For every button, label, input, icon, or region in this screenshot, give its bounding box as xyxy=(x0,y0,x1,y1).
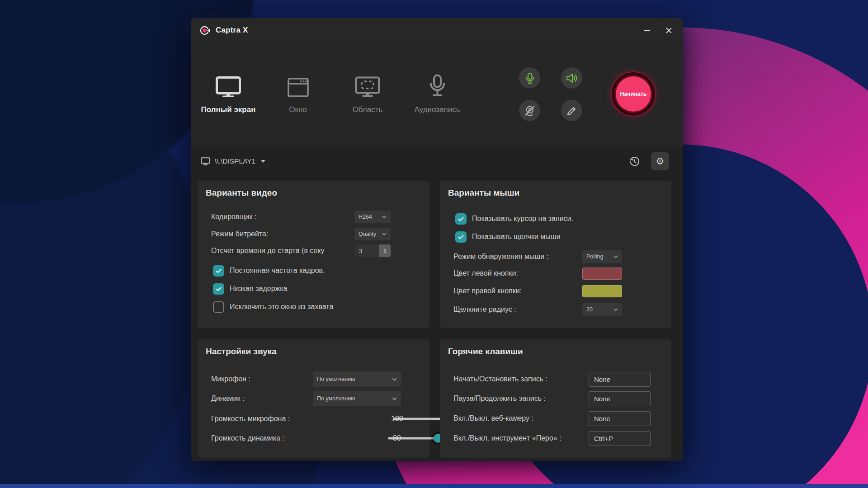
click-radius-row: Щелкните радиус : 20 xyxy=(453,301,661,318)
hotkey-row: Пауза/Продолжить запись : None xyxy=(453,390,661,407)
gear-icon: ⚙ xyxy=(656,156,665,167)
record-button-label: Начинать xyxy=(620,91,647,97)
pen-tool-button[interactable] xyxy=(561,100,582,121)
encoder-select[interactable]: H264 xyxy=(354,211,391,223)
display-name: \\.\DISPLAY1 xyxy=(215,157,255,165)
left-click-color-row: Цвет левой кнопки: xyxy=(453,265,661,282)
detection-mode-row: Режим обнаружения мыши : Polling xyxy=(453,248,661,265)
chevron-down-icon xyxy=(261,160,265,163)
show-clicks-checkbox[interactable] xyxy=(455,231,467,243)
settings-button[interactable]: ⚙ xyxy=(651,152,669,170)
left-click-color-swatch[interactable] xyxy=(582,267,622,280)
show-cursor-row: Показывать курсор на записи. xyxy=(455,210,661,227)
cfr-checkbox[interactable] xyxy=(213,265,224,277)
toolbar-divider xyxy=(493,68,493,123)
minimize-button[interactable] xyxy=(636,18,658,42)
chevron-down-icon xyxy=(392,397,397,400)
right-click-color-swatch[interactable] xyxy=(582,285,622,297)
microphone-select[interactable]: По умолчанию xyxy=(313,371,401,387)
desktop-background: Captra X xyxy=(0,0,868,488)
speaker-toggle-button[interactable] xyxy=(561,67,582,89)
hotkey-row: Вкл./Выкл. инструмент «Перо» : Ctrl+P xyxy=(453,430,661,447)
speaker-volume-row: Громкость динамика : 80 xyxy=(211,430,420,447)
check-icon xyxy=(215,267,222,275)
capture-modes: Полный экран Окно xyxy=(193,69,472,114)
close-icon xyxy=(665,27,672,34)
mode-label: Область xyxy=(353,105,383,114)
exclude-window-checkbox[interactable] xyxy=(213,301,224,313)
window-controls xyxy=(636,18,679,42)
history-button[interactable] xyxy=(625,152,643,170)
bar-actions: ⚙ xyxy=(625,152,669,170)
record-camera-icon xyxy=(200,25,210,36)
pen-icon xyxy=(566,105,578,117)
mode-audio[interactable]: Аудиозапись xyxy=(402,69,472,114)
hotkey-row: Начать/Остановить запись : None xyxy=(453,371,661,388)
capture-mode-toolbar: Полный экран Окно xyxy=(191,42,683,147)
right-click-color-row: Цвет правой кнопки: xyxy=(453,282,661,300)
countdown-input[interactable]: 3 s xyxy=(354,244,391,257)
speaker-volume-value: 80 xyxy=(393,434,401,442)
mode-fullscreen[interactable]: Полный экран xyxy=(193,69,263,114)
mouse-options-panel: Варианты мыши Показывать курсор на запис… xyxy=(440,181,671,328)
detection-mode-select[interactable]: Polling xyxy=(582,250,622,263)
sound-settings-panel: Настройки звука Микрофон : По умолчанию … xyxy=(198,339,429,458)
low-latency-checkbox[interactable] xyxy=(213,283,224,295)
taskbar-strip xyxy=(0,484,868,488)
webcam-off-icon xyxy=(524,105,536,117)
region-icon xyxy=(355,69,380,97)
panel-title: Варианты мыши xyxy=(448,188,519,198)
history-icon xyxy=(629,156,640,167)
chevron-down-icon xyxy=(613,308,618,311)
mode-label: Аудиозапись xyxy=(414,105,460,114)
countdown-row: Отсчет времени до старта (в секу 3 s xyxy=(211,242,420,259)
display-selector[interactable]: \\.\DISPLAY1 xyxy=(201,152,265,171)
mode-region[interactable]: Область xyxy=(333,69,402,114)
display-bar: \\.\DISPLAY1 ⚙ xyxy=(191,152,683,171)
webcam-toggle-button[interactable] xyxy=(519,100,540,121)
microphone-icon xyxy=(524,72,536,84)
mic-volume-value: 100 xyxy=(391,415,403,423)
window-title: Captra X xyxy=(216,26,248,35)
bitrate-select[interactable]: Quality xyxy=(354,228,391,240)
mode-window[interactable]: Окно xyxy=(263,69,333,114)
monitor-icon xyxy=(201,157,210,165)
settings-area: \\.\DISPLAY1 ⚙ xyxy=(191,147,683,461)
panel-title: Настройки звука xyxy=(206,347,277,357)
chevron-down-icon xyxy=(382,216,387,218)
microphone-toggle-button[interactable] xyxy=(519,67,540,89)
low-latency-row: Низкая задержка xyxy=(213,280,420,297)
countdown-unit: s xyxy=(379,244,391,257)
minimize-icon xyxy=(644,27,651,34)
panel-title: Варианты видео xyxy=(206,188,277,198)
record-button[interactable]: Начинать xyxy=(611,71,656,117)
window-icon xyxy=(288,69,309,97)
audio-video-toggles xyxy=(519,67,582,121)
panel-title: Горячие клавиши xyxy=(448,347,523,357)
encoder-row: Кодировщик : H264 xyxy=(211,208,420,225)
show-cursor-checkbox[interactable] xyxy=(455,213,467,225)
app-window: Captra X xyxy=(191,18,683,461)
monitor-icon xyxy=(216,69,241,97)
titlebar: Captra X xyxy=(191,18,683,42)
microphone-row: Микрофон : По умолчанию xyxy=(211,371,420,388)
mic-volume-row: Громкость микрофона : 100 xyxy=(211,410,420,427)
hotkey-pen-tool-input[interactable]: Ctrl+P xyxy=(589,431,651,446)
exclude-window-row: Исключить это окно из захвата xyxy=(213,298,420,315)
check-icon xyxy=(457,233,465,241)
chevron-down-icon xyxy=(613,255,618,258)
chevron-down-icon xyxy=(382,233,387,235)
hotkey-webcam-input[interactable]: None xyxy=(589,411,651,426)
close-button[interactable] xyxy=(658,18,679,42)
video-options-panel: Варианты видео Кодировщик : H264 Режим б… xyxy=(198,181,429,328)
speaker-row: Динамик : По умолчанию xyxy=(211,390,420,407)
speaker-select[interactable]: По умолчанию xyxy=(313,391,401,406)
click-radius-select[interactable]: 20 xyxy=(582,303,622,316)
speaker-icon xyxy=(566,73,578,84)
chevron-down-icon xyxy=(392,378,397,381)
mode-label: Полный экран xyxy=(201,105,256,114)
record-button-face: Начинать xyxy=(616,76,651,112)
hotkey-start-stop-input[interactable]: None xyxy=(589,372,651,387)
cfr-row: Постоянная частота кадров. xyxy=(213,262,420,279)
hotkey-pause-resume-input[interactable]: None xyxy=(589,391,651,406)
